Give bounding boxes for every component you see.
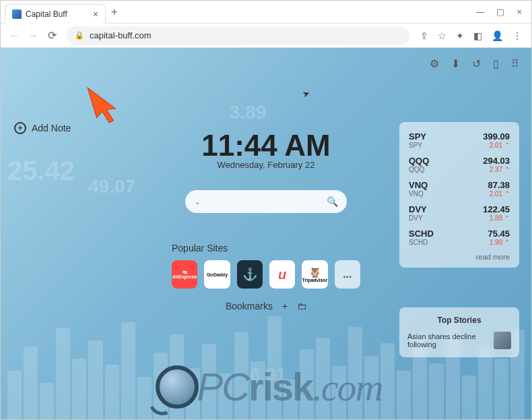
share-icon[interactable]: ⇪ <box>420 30 428 41</box>
tile-udemy[interactable]: u <box>269 260 295 289</box>
story-item[interactable]: Asian shares decline following <box>407 332 511 349</box>
tile-godaddy[interactable]: GoDaddy <box>204 260 230 289</box>
center-column: 11:44 AM Wednesday, February 22 ⌄ 🔍 Popu… <box>172 129 360 311</box>
bookmark-icon[interactable]: ▯ <box>493 57 499 70</box>
new-tab-button[interactable]: + <box>111 6 117 18</box>
stock-row[interactable]: VNQ87.38 VNQ2.01 ⌃ <box>409 180 510 198</box>
maximize-icon[interactable]: ▢ <box>496 7 504 17</box>
profile-icon[interactable]: 👤 <box>492 30 503 41</box>
window-controls: — ▢ × <box>475 7 527 17</box>
search-icon[interactable]: 🔍 <box>327 196 338 207</box>
back-button[interactable]: ← <box>6 28 22 44</box>
search-box[interactable]: ⌄ 🔍 <box>185 190 347 213</box>
gear-icon[interactable]: ⚙ <box>430 57 439 70</box>
tile-aliexpress[interactable]: 🛍AliExpress <box>172 260 197 289</box>
stock-row[interactable]: SCHD75.45 SCHD1.90 ⌃ <box>409 229 510 246</box>
read-more-link[interactable]: read more <box>409 253 510 261</box>
stock-row[interactable]: DVY122.45 DVY1.88 ⌃ <box>409 204 510 222</box>
download-icon[interactable]: ⬇ <box>451 57 460 70</box>
bookmarks-row: Bookmarks + 🗀 <box>226 301 306 311</box>
address-bar[interactable]: 🔒 capital-buff.com <box>67 26 409 45</box>
url-text: capital-buff.com <box>90 30 152 40</box>
add-bookmark-icon[interactable]: + <box>282 301 288 311</box>
add-note-label: Add Note <box>32 123 71 133</box>
close-window-icon[interactable]: × <box>517 7 522 17</box>
star-icon[interactable]: ☆ <box>438 30 446 41</box>
extensions-icon[interactable]: ✦ <box>456 30 464 41</box>
panel-icon[interactable]: ◧ <box>473 30 482 41</box>
lock-icon: 🔒 <box>75 31 84 40</box>
popular-sites-title: Popular Sites <box>172 243 360 253</box>
tab-title: Capital Buff <box>26 9 67 19</box>
story-thumbnail <box>494 332 511 349</box>
page-toolbar: ⚙ ⬇ ↺ ▯ ⠿ <box>430 57 519 70</box>
browser-window: Capital Buff × + — ▢ × ← → ⟳ 🔒 capital-b… <box>0 0 532 420</box>
story-headline: Asian shares decline following <box>407 332 488 349</box>
tab-favicon <box>12 9 22 19</box>
browser-tab[interactable]: Capital Buff × <box>5 4 106 24</box>
site-tiles: 🛍AliExpress GoDaddy ⚓ u 🦉Tripadvisor ... <box>172 260 360 289</box>
menu-icon[interactable]: ⋮ <box>512 30 522 41</box>
stock-row[interactable]: SPY399.09 SPY2.01 ⌃ <box>409 131 510 149</box>
bg-number: 25.42 <box>7 156 75 186</box>
reload-button[interactable]: ⟳ <box>44 28 60 44</box>
history-icon[interactable]: ↺ <box>472 57 481 70</box>
chevron-down-icon[interactable]: ⌄ <box>195 198 200 206</box>
popular-sites-section: Popular Sites 🛍AliExpress GoDaddy ⚓ u 🦉T… <box>172 243 360 289</box>
tile-shield[interactable]: ⚓ <box>237 260 263 289</box>
clock-time: 11:44 AM <box>201 129 331 162</box>
page-content: 3.89 25.42 49.07 6.91 ⚙ ⬇ ↺ ▯ ⠿ + Add No… <box>1 48 531 419</box>
stocks-panel: SPY399.09 SPY2.01 ⌃ QQQ294.03 QQQ2.37 ⌃ … <box>399 122 519 268</box>
bg-number: 3.89 <box>230 102 267 123</box>
grid-icon[interactable]: ⠿ <box>511 57 519 70</box>
add-note-button[interactable]: + Add Note <box>14 122 71 134</box>
bookmark-folder-icon[interactable]: 🗀 <box>297 301 306 311</box>
address-bar-icons: ⇪ ☆ ✦ ◧ 👤 ⋮ <box>416 30 526 41</box>
bookmarks-label: Bookmarks <box>226 301 273 311</box>
top-stories-panel: Top Stories Asian shares decline followi… <box>399 307 519 357</box>
address-bar-row: ← → ⟳ 🔒 capital-buff.com ⇪ ☆ ✦ ◧ 👤 ⋮ <box>1 24 531 48</box>
clock-date: Wednesday, February 22 <box>218 160 315 170</box>
forward-button[interactable]: → <box>25 28 41 44</box>
stock-row[interactable]: QQQ294.03 QQQ2.37 ⌃ <box>409 156 510 173</box>
close-tab-icon[interactable]: × <box>93 9 98 20</box>
top-stories-title: Top Stories <box>407 316 511 325</box>
title-bar: Capital Buff × + — ▢ × <box>1 1 531 24</box>
bg-number: 49.07 <box>88 176 135 198</box>
plus-circle-icon: + <box>14 122 26 134</box>
tile-tripadvisor[interactable]: 🦉Tripadvisor <box>302 260 327 289</box>
search-input[interactable] <box>207 197 320 207</box>
minimize-icon[interactable]: — <box>475 7 484 17</box>
tile-more[interactable]: ... <box>335 260 360 289</box>
